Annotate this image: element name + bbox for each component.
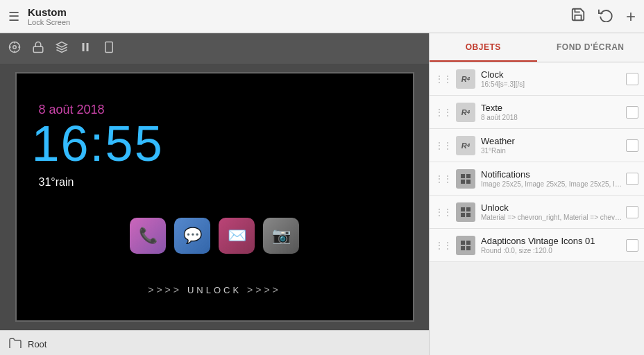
hamburger-icon[interactable]: ☰ [8, 9, 19, 24]
layer-item[interactable]: ⋮⋮R4Weather31°Rain [430, 129, 644, 162]
left-panel: 8 août 2018 16:55 31°rain 📞 💬 ✉️ 📷 >>>> … [0, 33, 429, 355]
layer-info: Clock16:54[s=.3][/s] [481, 69, 622, 88]
bottom-bar: Root [0, 330, 429, 355]
svg-rect-19 [466, 213, 471, 217]
layer-info: Texte8 août 2018 [481, 103, 622, 121]
svg-rect-22 [461, 246, 465, 250]
layer-item[interactable]: ⋮⋮NotificationsImage 25x25, Image 25x25,… [430, 162, 644, 196]
drag-handle-icon: ⋮⋮ [435, 107, 452, 117]
svg-marker-7 [57, 42, 67, 48]
svg-rect-16 [461, 207, 465, 211]
svg-rect-15 [466, 180, 471, 184]
right-panel: OBJETS FOND D'ÉCRAN ⋮⋮R4Clock16:54[s=.3]… [429, 33, 644, 355]
layer-visibility-checkbox[interactable] [626, 173, 638, 185]
svg-rect-21 [466, 241, 471, 245]
preview-area: 8 août 2018 16:55 31°rain 📞 💬 ✉️ 📷 >>>> … [0, 64, 429, 330]
text-layer-icon: R4 [456, 69, 475, 89]
svg-rect-8 [83, 43, 85, 51]
layer-visibility-checkbox[interactable] [626, 106, 638, 119]
lock-icon[interactable] [32, 41, 44, 56]
tab-objets[interactable]: OBJETS [430, 33, 537, 62]
phone-app-icon: 📞 [130, 218, 166, 254]
layer-visibility-checkbox[interactable] [626, 239, 638, 252]
svg-rect-17 [466, 207, 471, 211]
layer-name: Weather [481, 136, 622, 146]
layer-desc: 31°Rain [481, 147, 622, 155]
save-icon[interactable] [570, 7, 586, 26]
drag-handle-icon: ⋮⋮ [435, 74, 452, 84]
app-subtitle: Lock Screen [28, 18, 70, 26]
svg-rect-6 [33, 46, 43, 52]
drag-handle-icon: ⋮⋮ [435, 241, 452, 250]
layers-list: ⋮⋮R4Clock16:54[s=.3][/s]⋮⋮R4Texte8 août … [430, 62, 644, 355]
main-area: 8 août 2018 16:55 31°rain 📞 💬 ✉️ 📷 >>>> … [0, 33, 644, 355]
drag-handle-icon: ⋮⋮ [435, 174, 452, 184]
pause-icon[interactable] [79, 41, 92, 56]
unlock-label: UNLOCK [187, 285, 242, 295]
root-label: Root [28, 339, 46, 349]
phone-preview: 8 août 2018 16:55 31°rain 📞 💬 ✉️ 📷 >>>> … [15, 72, 414, 322]
add-icon[interactable]: + [626, 7, 636, 26]
svg-point-1 [13, 46, 17, 49]
device-icon[interactable] [103, 41, 115, 56]
layer-desc: Material => chevron_right, Material => c… [481, 214, 622, 221]
grid-layer-icon [456, 169, 475, 189]
layer-visibility-checkbox[interactable] [626, 139, 638, 152]
mail-app-icon: ✉️ [219, 218, 255, 254]
layer-item[interactable]: ⋮⋮UnlockMaterial => chevron_right, Mater… [430, 196, 644, 229]
layer-info: NotificationsImage 25x25, Image 25x25, I… [481, 169, 622, 188]
layer-visibility-checkbox[interactable] [626, 206, 638, 218]
right-tabs: OBJETS FOND D'ÉCRAN [430, 33, 644, 62]
layer-name: Texte [481, 103, 622, 113]
app-title: Kustom [28, 6, 70, 18]
layer-info: UnlockMaterial => chevron_right, Materia… [481, 202, 622, 221]
text-layer-icon: R4 [456, 103, 475, 122]
title-bar: ☰ Kustom Lock Screen + [0, 0, 644, 33]
grid-layer-icon [456, 236, 475, 255]
layer-item[interactable]: ⋮⋮R4Clock16:54[s=.3][/s] [430, 62, 644, 96]
layer-name: Notifications [481, 169, 622, 180]
svg-rect-13 [466, 174, 471, 178]
layers-icon[interactable] [56, 41, 68, 56]
layer-desc: Image 25x25, Image 25x25, Image 25x25, I… [481, 180, 622, 188]
svg-rect-12 [461, 174, 465, 178]
svg-rect-9 [87, 43, 89, 51]
layer-item[interactable]: ⋮⋮R4Texte8 août 2018 [430, 96, 644, 129]
preview-time: 16:55 [32, 115, 164, 172]
layer-desc: 16:54[s=.3][/s] [481, 80, 622, 88]
svg-rect-14 [461, 180, 465, 184]
drag-handle-icon: ⋮⋮ [435, 207, 452, 217]
history-icon[interactable] [598, 7, 613, 26]
tab-fond-decran[interactable]: FOND D'ÉCRAN [537, 33, 645, 62]
preview-weather: 31°rain [39, 176, 74, 189]
drag-handle-icon: ⋮⋮ [435, 141, 452, 150]
layer-name: Adapticons Vintage Icons 01 [481, 236, 622, 246]
title-text-group: Kustom Lock Screen [28, 6, 70, 26]
layer-visibility-checkbox[interactable] [626, 73, 638, 85]
layer-info: Adapticons Vintage Icons 01Round :0.0, s… [481, 236, 622, 254]
preview-unlock: >>>> UNLOCK >>>> [148, 284, 281, 295]
svg-rect-23 [466, 246, 471, 250]
title-bar-right: + [570, 7, 636, 26]
toolbar [0, 33, 429, 64]
layer-desc: 8 août 2018 [481, 114, 622, 121]
text-layer-icon: R4 [456, 136, 475, 155]
svg-rect-20 [461, 241, 465, 245]
chevrons-right-icon: >>>> [247, 284, 281, 295]
svg-rect-18 [461, 213, 465, 217]
camera-app-icon: 📷 [263, 218, 299, 254]
layer-desc: Round :0.0, size :120.0 [481, 247, 622, 254]
target-icon[interactable] [8, 41, 21, 56]
title-bar-left: ☰ Kustom Lock Screen [8, 6, 70, 26]
chat-app-icon: 💬 [174, 218, 210, 254]
preview-app-icons: 📞 💬 ✉️ 📷 [130, 218, 299, 254]
layer-info: Weather31°Rain [481, 136, 622, 155]
chevrons-left-icon: >>>> [148, 284, 182, 295]
folder-icon [8, 337, 22, 352]
grid-layer-icon [456, 202, 475, 222]
layer-name: Unlock [481, 202, 622, 213]
layer-item[interactable]: ⋮⋮Adapticons Vintage Icons 01Round :0.0,… [430, 229, 644, 262]
layer-name: Clock [481, 69, 622, 80]
